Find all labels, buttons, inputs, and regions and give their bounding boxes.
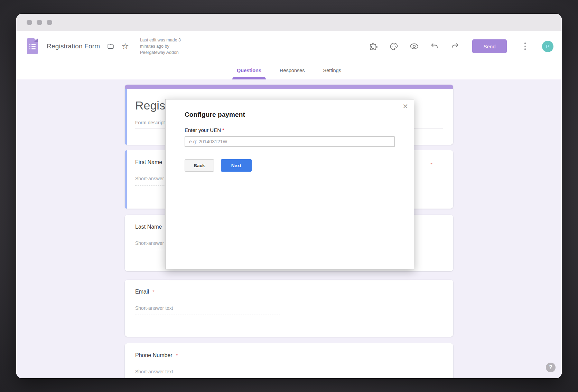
undo-icon[interactable] bbox=[430, 42, 439, 51]
customize-theme-palette-icon[interactable] bbox=[389, 42, 398, 51]
question-title[interactable]: Email* bbox=[135, 289, 443, 295]
required-asterisk: * bbox=[152, 289, 155, 295]
form-tabs: Questions Responses Settings bbox=[16, 61, 562, 79]
active-tab-indicator bbox=[232, 77, 266, 79]
forms-header: Registration Form ☆ Last edit was made 3… bbox=[16, 31, 562, 61]
next-button[interactable]: Next bbox=[221, 159, 252, 172]
move-to-folder-icon[interactable] bbox=[107, 42, 114, 50]
configure-payment-dialog: ✕ Configure payment Enter your UEN* Back… bbox=[165, 99, 414, 269]
desktop-background: Registration Form ☆ Last edit was made 3… bbox=[0, 0, 578, 392]
addons-puzzle-icon[interactable] bbox=[369, 42, 378, 51]
send-button[interactable]: Send bbox=[472, 39, 507, 53]
tab-questions[interactable]: Questions bbox=[232, 61, 266, 79]
account-avatar[interactable]: P bbox=[542, 41, 553, 52]
question-card-phone-number[interactable]: Phone Number* Short-answer text bbox=[125, 343, 453, 378]
help-button[interactable]: ? bbox=[546, 363, 556, 372]
close-icon[interactable]: ✕ bbox=[402, 102, 408, 111]
tab-responses[interactable]: Responses bbox=[275, 61, 309, 79]
last-edit-status[interactable]: Last edit was made 3 minutes ago by Peer… bbox=[140, 37, 188, 56]
more-options-kebab-icon[interactable] bbox=[522, 42, 529, 50]
uen-label: Enter your UEN* bbox=[185, 127, 395, 133]
google-forms-logo-icon[interactable] bbox=[27, 38, 38, 54]
redo-icon[interactable] bbox=[450, 42, 459, 51]
back-button[interactable]: Back bbox=[185, 159, 214, 172]
required-asterisk: * bbox=[176, 352, 178, 358]
short-answer-placeholder[interactable]: Short-answer text bbox=[135, 305, 280, 315]
window-zoom-dot[interactable] bbox=[47, 20, 52, 25]
question-card-email[interactable]: Email* Short-answer text bbox=[125, 280, 453, 337]
document-title[interactable]: Registration Form bbox=[47, 42, 100, 50]
question-title[interactable]: Phone Number* bbox=[135, 352, 443, 358]
window-close-dot[interactable] bbox=[27, 20, 32, 25]
star-icon[interactable]: ☆ bbox=[121, 42, 129, 50]
theme-color-bar bbox=[125, 85, 453, 89]
short-answer-placeholder[interactable]: Short-answer text bbox=[135, 369, 280, 378]
uen-input[interactable] bbox=[185, 136, 395, 147]
dialog-title: Configure payment bbox=[185, 111, 395, 118]
selection-indicator-bar bbox=[125, 89, 127, 145]
app-window: Registration Form ☆ Last edit was made 3… bbox=[16, 14, 562, 378]
preview-eye-icon[interactable] bbox=[410, 42, 419, 51]
required-asterisk: * bbox=[430, 161, 432, 167]
selection-indicator-bar bbox=[125, 150, 127, 209]
required-asterisk: * bbox=[222, 127, 224, 133]
window-titlebar bbox=[16, 14, 562, 31]
window-minimize-dot[interactable] bbox=[37, 20, 42, 25]
tab-settings[interactable]: Settings bbox=[319, 61, 346, 79]
